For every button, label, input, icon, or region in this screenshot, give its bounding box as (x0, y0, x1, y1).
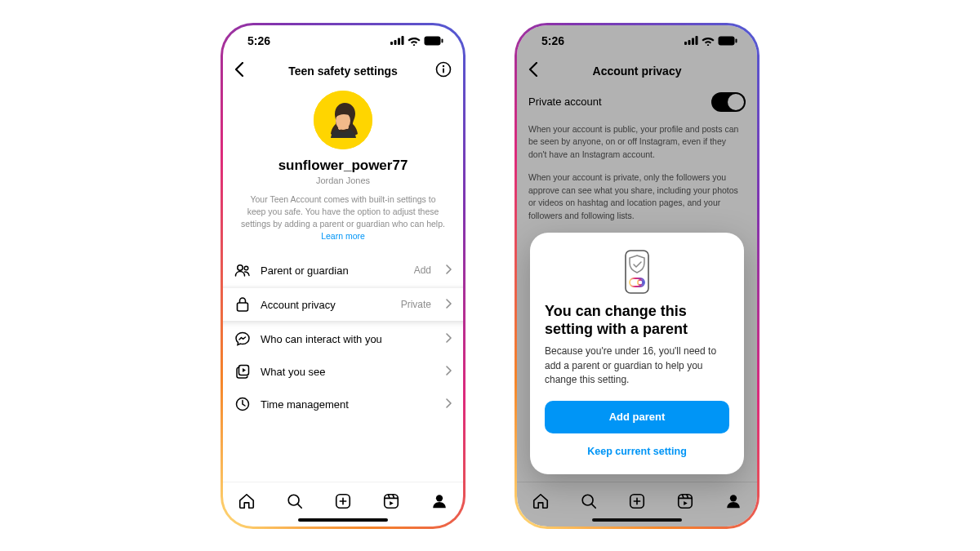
profile-icon (430, 492, 448, 510)
status-icons (390, 36, 443, 46)
svg-point-11 (238, 265, 243, 270)
row-parent-guardian[interactable]: Parent or guardian Add (223, 254, 463, 287)
row-who-can-interact[interactable]: Who can interact with you (223, 322, 463, 355)
tab-profile[interactable] (430, 492, 448, 513)
phone-shield-icon (621, 249, 653, 295)
reels-icon (382, 492, 400, 510)
avatar-illustration (314, 91, 372, 149)
nav-header: Teen safety settings (223, 56, 463, 86)
row-time-management[interactable]: Time management (223, 388, 463, 420)
svg-point-7 (443, 64, 444, 66)
wifi-icon (408, 36, 421, 46)
lock-icon (234, 296, 251, 313)
svg-rect-0 (390, 42, 393, 45)
account-description: Your Teen Account comes with built-in se… (239, 193, 447, 243)
username: sunflower_power77 (239, 158, 447, 174)
clock-icon (234, 396, 251, 412)
svg-rect-2 (398, 38, 400, 46)
row-account-privacy[interactable]: Account privacy Private (223, 288, 463, 321)
plus-square-icon (334, 492, 352, 510)
svg-rect-8 (443, 68, 444, 73)
svg-rect-18 (385, 494, 399, 508)
profile-section: sunflower_power77 Jordan Jones Your Teen… (223, 86, 463, 250)
back-button[interactable] (234, 62, 244, 80)
avatar[interactable] (314, 91, 372, 149)
home-indicator (298, 518, 388, 522)
battery-icon (424, 36, 443, 46)
tab-home[interactable] (238, 492, 256, 513)
chevron-right-icon (446, 398, 452, 411)
tab-reels[interactable] (382, 492, 400, 513)
messenger-icon (234, 331, 251, 347)
people-icon (234, 262, 251, 278)
keep-setting-button[interactable]: Keep current setting (545, 440, 729, 463)
chevron-right-icon (446, 333, 452, 345)
row-value: Private (401, 299, 431, 310)
tab-search[interactable] (286, 492, 304, 513)
status-bar: 5:26 (223, 25, 463, 56)
chevron-right-icon (446, 299, 452, 311)
info-icon (435, 61, 452, 78)
chevron-right-icon (446, 264, 452, 277)
svg-point-12 (244, 267, 248, 271)
svg-rect-4 (425, 36, 441, 45)
svg-point-19 (435, 495, 442, 501)
row-label: Who can interact with you (261, 333, 431, 345)
page-title: Teen safety settings (288, 64, 398, 78)
home-icon (238, 492, 256, 510)
phone-account-privacy: 5:26 Account privacy Private account (514, 23, 760, 529)
parent-required-card: You can change this setting with a paren… (530, 233, 744, 473)
row-label: Time management (261, 398, 431, 411)
card-illustration (545, 249, 729, 295)
tab-create[interactable] (334, 492, 352, 513)
full-name: Jordan Jones (239, 176, 447, 185)
svg-rect-5 (442, 38, 443, 42)
card-description: Because you're under 16, you'll need to … (545, 344, 729, 387)
row-what-you-see[interactable]: What you see (223, 355, 463, 388)
media-stack-icon (234, 363, 251, 380)
settings-list: Parent or guardian Add Account privacy P… (223, 254, 463, 420)
status-time: 5:26 (247, 34, 270, 47)
search-icon (286, 492, 304, 510)
svg-rect-1 (394, 40, 397, 45)
row-label: Parent or guardian (261, 264, 404, 277)
learn-more-link[interactable]: Learn more (321, 231, 365, 241)
info-button[interactable] (435, 61, 452, 81)
chevron-right-icon (446, 366, 452, 378)
add-parent-button[interactable]: Add parent (545, 401, 729, 433)
card-title: You can change this setting with a paren… (545, 303, 729, 338)
row-label: Account privacy (261, 299, 391, 311)
cellular-icon (390, 36, 404, 45)
chevron-left-icon (234, 62, 244, 77)
svg-point-32 (638, 280, 643, 285)
row-value: Add (414, 264, 431, 276)
svg-rect-13 (238, 303, 248, 311)
row-label: What you see (261, 366, 431, 378)
phone-teen-safety: 5:26 Teen safety settings (220, 23, 466, 529)
svg-rect-3 (402, 36, 404, 45)
